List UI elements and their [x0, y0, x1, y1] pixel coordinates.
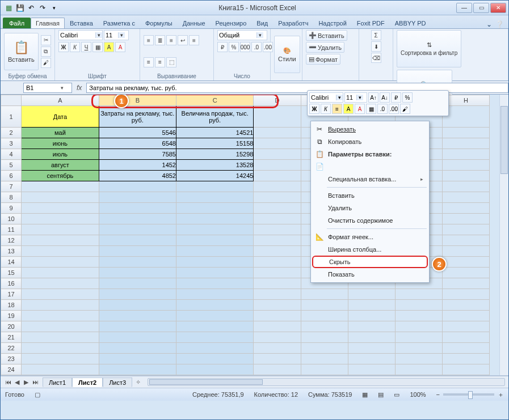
cell-B18[interactable] — [99, 300, 176, 311]
cell-D20[interactable] — [254, 321, 301, 332]
cell-H14[interactable] — [442, 257, 489, 268]
italic-button[interactable]: К — [70, 42, 80, 52]
cell-D22[interactable] — [254, 343, 301, 354]
mini-currency-icon[interactable]: ₽ — [391, 92, 401, 103]
cell-D6[interactable] — [254, 171, 301, 181]
cell-B13[interactable] — [99, 246, 176, 257]
cell-C5[interactable]: 13528 — [176, 160, 254, 171]
cell-H11[interactable] — [442, 224, 489, 235]
ctx-hide[interactable]: Скрыть — [312, 256, 428, 268]
cell-H6[interactable] — [442, 171, 489, 181]
merge-button[interactable]: ⬚ — [166, 57, 176, 67]
name-box[interactable]: ▾ — [23, 83, 72, 93]
cell-A5[interactable]: август — [22, 160, 99, 171]
cell-C11[interactable] — [176, 224, 254, 235]
comma-icon[interactable]: 000 — [240, 42, 250, 52]
cell-A3[interactable]: июнь — [22, 138, 99, 149]
fill-icon[interactable]: ⬇ — [371, 41, 381, 52]
ctx-format-cells[interactable]: 📐Формат ячеек... — [312, 231, 428, 243]
align-right-icon[interactable]: ≡ — [155, 57, 165, 67]
mini-font-combo[interactable]: ▾ — [309, 92, 343, 103]
cell-A12[interactable] — [22, 235, 99, 246]
horizontal-scrollbar[interactable] — [148, 378, 505, 386]
cell-D9[interactable] — [254, 203, 301, 214]
cell-A8[interactable] — [22, 192, 99, 203]
mini-border-icon[interactable]: ▦ — [366, 104, 376, 114]
row-header-12[interactable]: 12 — [1, 235, 22, 246]
cell-B14[interactable] — [99, 257, 176, 268]
cell-A14[interactable] — [22, 257, 99, 268]
align-top-icon[interactable]: ≡ — [144, 35, 154, 45]
tab-home[interactable]: Главная — [31, 18, 65, 28]
cell-B10[interactable] — [99, 214, 176, 224]
currency-icon[interactable]: ₽ — [217, 42, 228, 52]
cell-G19[interactable] — [395, 311, 442, 321]
cell-D25[interactable] — [254, 375, 301, 376]
zoom-in-icon[interactable]: ＋ — [498, 391, 504, 399]
zoom-level[interactable]: 100% — [410, 391, 426, 398]
cell-G20[interactable] — [395, 321, 442, 332]
cell-G24[interactable] — [395, 364, 442, 375]
row-header-8[interactable]: 8 — [1, 192, 22, 203]
tab-layout[interactable]: Разметка с — [98, 18, 140, 28]
copy-icon[interactable]: ⧉ — [41, 46, 51, 57]
align-center-icon[interactable]: ≡ — [144, 57, 154, 67]
cell-C22[interactable] — [176, 343, 254, 354]
cell-H23[interactable] — [442, 354, 489, 364]
qat-more-icon[interactable]: ▾ — [49, 3, 58, 12]
cell-A1[interactable]: Дата — [22, 106, 99, 128]
row-header-4[interactable]: 4 — [1, 149, 22, 160]
cell-H24[interactable] — [442, 364, 489, 375]
sheet-tab-1[interactable]: Лист1 — [43, 377, 72, 387]
cell-F18[interactable] — [348, 300, 395, 311]
cells-format-button[interactable]: ▤Формат — [306, 54, 340, 65]
cell-F20[interactable] — [348, 321, 395, 332]
cell-B21[interactable] — [99, 332, 176, 343]
cell-H4[interactable] — [442, 149, 489, 160]
mini-align-icon[interactable]: ≡ — [332, 104, 342, 114]
cell-D17[interactable] — [254, 289, 301, 300]
sheet-tab-3[interactable]: Лист3 — [103, 377, 132, 387]
col-header-C[interactable]: C — [176, 95, 254, 106]
row-header-7[interactable]: 7 — [1, 181, 22, 192]
save-icon[interactable]: 💾 — [15, 3, 24, 12]
cell-B11[interactable] — [99, 224, 176, 235]
row-header-25[interactable]: 25 — [1, 375, 22, 376]
ctx-copy[interactable]: ⧉Копировать — [312, 135, 428, 148]
cell-C8[interactable] — [176, 192, 254, 203]
fill-color-button[interactable]: A — [104, 42, 114, 52]
cell-E22[interactable] — [301, 343, 348, 354]
cell-C19[interactable] — [176, 311, 254, 321]
cell-A10[interactable] — [22, 214, 99, 224]
ctx-show[interactable]: Показать — [312, 268, 428, 281]
align-left-icon[interactable]: ≡ — [189, 35, 199, 45]
cell-B7[interactable] — [99, 181, 176, 192]
ctx-paste-special[interactable]: Специальная вставка...▸ — [312, 173, 428, 185]
cell-D11[interactable] — [254, 224, 301, 235]
status-record-macro-icon[interactable]: ▢ — [35, 391, 40, 398]
cell-D14[interactable] — [254, 257, 301, 268]
cell-F24[interactable] — [348, 364, 395, 375]
sort-filter-button[interactable]: ⇅Сортировка и фильтр — [397, 30, 461, 67]
cell-B16[interactable] — [99, 278, 176, 289]
col-header-H[interactable]: H — [442, 95, 489, 106]
cell-E17[interactable] — [301, 289, 348, 300]
align-bot-icon[interactable]: ≡ — [166, 35, 176, 45]
font-size-combo[interactable]: ▾ — [104, 30, 129, 40]
format-painter-icon[interactable]: 🖌 — [41, 58, 51, 68]
row-header-24[interactable]: 24 — [1, 364, 22, 375]
number-format-combo[interactable]: ▾ — [217, 30, 267, 40]
clear-icon[interactable]: ⌫ — [371, 53, 381, 63]
row-header-21[interactable]: 21 — [1, 332, 22, 343]
cell-A4[interactable]: июль — [22, 149, 99, 160]
inc-dec-icon[interactable]: .0 — [251, 42, 262, 52]
percent-icon[interactable]: % — [229, 42, 239, 52]
cell-C2[interactable]: 14521 — [176, 128, 254, 138]
cell-B15[interactable] — [99, 268, 176, 278]
ctx-delete[interactable]: Удалить — [312, 202, 428, 214]
mini-dec-dec-icon[interactable]: .00 — [389, 104, 399, 114]
sheet-nav-first-icon[interactable]: ⏮ — [4, 379, 12, 386]
cell-H18[interactable] — [442, 300, 489, 311]
cell-C20[interactable] — [176, 321, 254, 332]
cell-A23[interactable] — [22, 354, 99, 364]
